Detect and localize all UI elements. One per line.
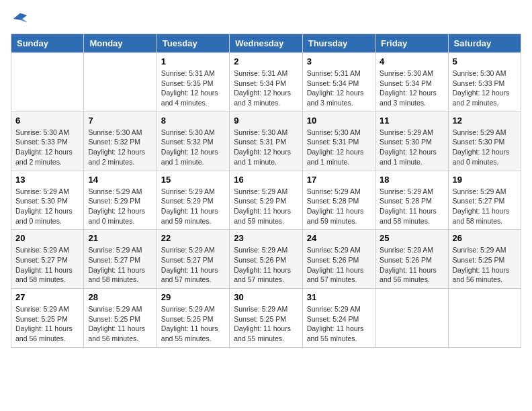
day-number: 21: [88, 233, 152, 243]
day-number: 22: [161, 233, 225, 243]
day-detail: Sunrise: 5:30 AM Sunset: 5:34 PM Dayligh…: [380, 68, 443, 108]
day-detail: Sunrise: 5:29 AM Sunset: 5:26 PM Dayligh…: [234, 245, 298, 285]
calendar-week-row: 6Sunrise: 5:30 AM Sunset: 5:33 PM Daylig…: [11, 111, 521, 171]
day-number: 16: [234, 175, 298, 185]
calendar-cell: 4Sunrise: 5:30 AM Sunset: 5:34 PM Daylig…: [375, 53, 448, 112]
calendar-cell: 13Sunrise: 5:29 AM Sunset: 5:30 PM Dayli…: [11, 171, 84, 230]
day-detail: Sunrise: 5:29 AM Sunset: 5:25 PM Dayligh…: [88, 304, 152, 344]
calendar-cell: 10Sunrise: 5:30 AM Sunset: 5:31 PM Dayli…: [302, 111, 375, 171]
day-number: 5: [453, 56, 517, 66]
day-number: 29: [161, 292, 225, 302]
day-number: 25: [380, 233, 443, 243]
calendar-cell: 19Sunrise: 5:29 AM Sunset: 5:27 PM Dayli…: [448, 171, 521, 230]
day-number: 27: [15, 292, 79, 302]
logo-bird-icon: [11, 11, 30, 27]
day-number: 1: [161, 56, 225, 66]
day-detail: Sunrise: 5:29 AM Sunset: 5:30 PM Dayligh…: [15, 187, 79, 226]
day-number: 19: [453, 175, 517, 185]
day-detail: Sunrise: 5:29 AM Sunset: 5:24 PM Dayligh…: [307, 304, 371, 344]
day-detail: Sunrise: 5:29 AM Sunset: 5:25 PM Dayligh…: [234, 304, 298, 344]
weekday-header: Thursday: [302, 34, 375, 53]
day-number: 24: [307, 233, 371, 243]
day-number: 23: [234, 233, 298, 243]
day-detail: Sunrise: 5:30 AM Sunset: 5:32 PM Dayligh…: [88, 128, 152, 167]
day-detail: Sunrise: 5:29 AM Sunset: 5:29 PM Dayligh…: [88, 187, 152, 226]
calendar-cell: 24Sunrise: 5:29 AM Sunset: 5:26 PM Dayli…: [302, 230, 375, 289]
calendar-cell: 8Sunrise: 5:30 AM Sunset: 5:32 PM Daylig…: [157, 111, 229, 171]
day-detail: Sunrise: 5:29 AM Sunset: 5:28 PM Dayligh…: [307, 187, 371, 226]
calendar-cell: 6Sunrise: 5:30 AM Sunset: 5:33 PM Daylig…: [11, 111, 84, 171]
day-detail: Sunrise: 5:29 AM Sunset: 5:26 PM Dayligh…: [380, 245, 443, 285]
calendar-cell: 20Sunrise: 5:29 AM Sunset: 5:27 PM Dayli…: [11, 230, 84, 289]
calendar-cell: 29Sunrise: 5:29 AM Sunset: 5:25 PM Dayli…: [157, 289, 229, 348]
calendar-week-row: 13Sunrise: 5:29 AM Sunset: 5:30 PM Dayli…: [11, 171, 521, 230]
day-number: 17: [307, 175, 371, 185]
weekday-header: Sunday: [11, 34, 84, 53]
day-number: 12: [453, 116, 517, 126]
calendar-cell: 27Sunrise: 5:29 AM Sunset: 5:25 PM Dayli…: [11, 289, 84, 348]
day-number: 26: [453, 233, 517, 243]
day-detail: Sunrise: 5:31 AM Sunset: 5:34 PM Dayligh…: [307, 68, 371, 108]
calendar-cell: 9Sunrise: 5:30 AM Sunset: 5:31 PM Daylig…: [230, 111, 302, 171]
logo: [11, 11, 32, 27]
day-number: 15: [161, 175, 225, 185]
calendar-cell: 17Sunrise: 5:29 AM Sunset: 5:28 PM Dayli…: [302, 171, 375, 230]
calendar-week-row: 27Sunrise: 5:29 AM Sunset: 5:25 PM Dayli…: [11, 289, 521, 348]
calendar-cell: 11Sunrise: 5:29 AM Sunset: 5:30 PM Dayli…: [375, 111, 448, 171]
day-detail: Sunrise: 5:29 AM Sunset: 5:30 PM Dayligh…: [380, 128, 443, 167]
calendar-header-row: SundayMondayTuesdayWednesdayThursdayFrid…: [11, 34, 521, 53]
calendar-cell: 21Sunrise: 5:29 AM Sunset: 5:27 PM Dayli…: [84, 230, 157, 289]
calendar-cell: 3Sunrise: 5:31 AM Sunset: 5:34 PM Daylig…: [302, 53, 375, 112]
calendar-cell: 25Sunrise: 5:29 AM Sunset: 5:26 PM Dayli…: [375, 230, 448, 289]
calendar-cell: [11, 53, 84, 112]
weekday-header: Saturday: [448, 34, 521, 53]
day-number: 9: [234, 116, 298, 126]
calendar-cell: 23Sunrise: 5:29 AM Sunset: 5:26 PM Dayli…: [230, 230, 302, 289]
calendar-cell: 14Sunrise: 5:29 AM Sunset: 5:29 PM Dayli…: [84, 171, 157, 230]
calendar-cell: [375, 289, 448, 348]
calendar-cell: 7Sunrise: 5:30 AM Sunset: 5:32 PM Daylig…: [84, 111, 157, 171]
calendar-cell: 18Sunrise: 5:29 AM Sunset: 5:28 PM Dayli…: [375, 171, 448, 230]
day-number: 7: [88, 116, 152, 126]
day-number: 30: [234, 292, 298, 302]
calendar-cell: 28Sunrise: 5:29 AM Sunset: 5:25 PM Dayli…: [84, 289, 157, 348]
day-number: 10: [307, 116, 371, 126]
calendar-cell: [84, 53, 157, 112]
calendar-cell: 15Sunrise: 5:29 AM Sunset: 5:29 PM Dayli…: [157, 171, 229, 230]
calendar-cell: [448, 289, 521, 348]
day-number: 31: [307, 292, 371, 302]
day-number: 4: [380, 56, 443, 66]
calendar-cell: 16Sunrise: 5:29 AM Sunset: 5:29 PM Dayli…: [230, 171, 302, 230]
day-detail: Sunrise: 5:29 AM Sunset: 5:27 PM Dayligh…: [453, 187, 517, 226]
day-detail: Sunrise: 5:29 AM Sunset: 5:29 PM Dayligh…: [161, 187, 225, 226]
day-number: 2: [234, 56, 298, 66]
day-detail: Sunrise: 5:31 AM Sunset: 5:34 PM Dayligh…: [234, 68, 298, 108]
day-detail: Sunrise: 5:29 AM Sunset: 5:26 PM Dayligh…: [307, 245, 371, 285]
page-header: [11, 11, 521, 27]
calendar-table: SundayMondayTuesdayWednesdayThursdayFrid…: [11, 34, 521, 348]
day-number: 6: [15, 116, 79, 126]
calendar-cell: 31Sunrise: 5:29 AM Sunset: 5:24 PM Dayli…: [302, 289, 375, 348]
day-number: 28: [88, 292, 152, 302]
day-detail: Sunrise: 5:29 AM Sunset: 5:27 PM Dayligh…: [15, 245, 79, 285]
calendar-cell: 30Sunrise: 5:29 AM Sunset: 5:25 PM Dayli…: [230, 289, 302, 348]
day-detail: Sunrise: 5:30 AM Sunset: 5:31 PM Dayligh…: [234, 128, 298, 167]
day-detail: Sunrise: 5:29 AM Sunset: 5:27 PM Dayligh…: [88, 245, 152, 285]
day-detail: Sunrise: 5:29 AM Sunset: 5:30 PM Dayligh…: [453, 128, 517, 167]
day-number: 14: [88, 175, 152, 185]
calendar-cell: 2Sunrise: 5:31 AM Sunset: 5:34 PM Daylig…: [230, 53, 302, 112]
day-number: 18: [380, 175, 443, 185]
day-detail: Sunrise: 5:29 AM Sunset: 5:25 PM Dayligh…: [161, 304, 225, 344]
weekday-header: Friday: [375, 34, 448, 53]
calendar-week-row: 20Sunrise: 5:29 AM Sunset: 5:27 PM Dayli…: [11, 230, 521, 289]
weekday-header: Tuesday: [157, 34, 229, 53]
calendar-cell: 12Sunrise: 5:29 AM Sunset: 5:30 PM Dayli…: [448, 111, 521, 171]
day-detail: Sunrise: 5:29 AM Sunset: 5:25 PM Dayligh…: [15, 304, 79, 344]
day-number: 8: [161, 116, 225, 126]
calendar-cell: 5Sunrise: 5:30 AM Sunset: 5:33 PM Daylig…: [448, 53, 521, 112]
day-detail: Sunrise: 5:29 AM Sunset: 5:29 PM Dayligh…: [234, 187, 298, 226]
day-detail: Sunrise: 5:30 AM Sunset: 5:31 PM Dayligh…: [307, 128, 371, 167]
calendar-cell: 22Sunrise: 5:29 AM Sunset: 5:27 PM Dayli…: [157, 230, 229, 289]
calendar-week-row: 1Sunrise: 5:31 AM Sunset: 5:35 PM Daylig…: [11, 53, 521, 112]
calendar-cell: 26Sunrise: 5:29 AM Sunset: 5:25 PM Dayli…: [448, 230, 521, 289]
